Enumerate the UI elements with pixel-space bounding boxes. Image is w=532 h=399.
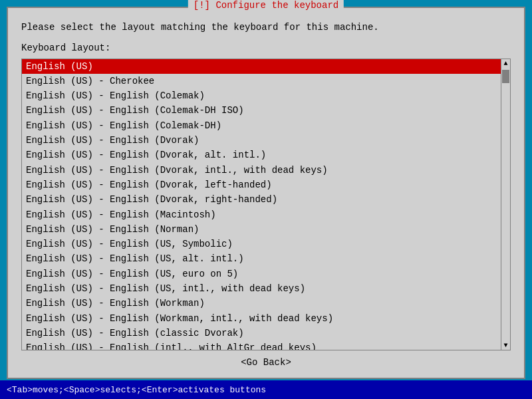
keyboard-list[interactable]: English (US)English (US) - CherokeeEngli… <box>22 59 501 350</box>
list-item[interactable]: English (US) - English (Workman, intl., … <box>22 311 501 326</box>
keyboard-list-container: English (US)English (US) - CherokeeEngli… <box>21 59 511 350</box>
list-item[interactable]: English (US) - English (Workman) <box>22 296 501 311</box>
tab-desc: moves; <box>33 385 64 395</box>
list-item[interactable]: English (US) - English (US, alt. intl.) <box>22 251 501 266</box>
list-item[interactable]: English (US) - English (intl., with AltG… <box>22 340 501 350</box>
list-item[interactable]: English (US) - English (classic Dvorak) <box>22 326 501 340</box>
tab-key: <Tab> <box>7 385 33 395</box>
scroll-up-arrow[interactable]: ▲ <box>501 59 511 68</box>
scroll-track <box>501 68 510 340</box>
list-item[interactable]: English (US) - English (Colemak-DH ISO) <box>22 103 501 118</box>
title-text: [!] Configure the keyboard <box>194 0 338 11</box>
space-key: <Space> <box>64 385 100 395</box>
enter-key: <Enter> <box>142 385 178 395</box>
list-item[interactable]: English (US) - Cherokee <box>22 74 501 88</box>
dialog-content: Please select the layout matching the ke… <box>8 8 524 378</box>
space-desc: selects; <box>100 385 141 395</box>
list-item[interactable]: English (US) - English (Dvorak, alt. int… <box>22 148 501 162</box>
go-back-section: <Go Back> <box>21 357 511 368</box>
bottom-bar: <Tab> moves; <Space> selects; <Enter> ac… <box>0 380 532 399</box>
list-item[interactable]: English (US) - English (Macintosh) <box>22 207 501 222</box>
list-item[interactable]: English (US) <box>22 59 501 74</box>
list-item[interactable]: English (US) - English (Dvorak) <box>22 133 501 148</box>
list-item[interactable]: English (US) - English (Dvorak, right-ha… <box>22 192 501 207</box>
list-item[interactable]: English (US) - English (Dvorak, intl., w… <box>22 163 501 178</box>
list-item[interactable]: English (US) - English (Colemak-DH) <box>22 118 501 133</box>
list-item[interactable]: English (US) - English (US, euro on 5) <box>22 267 501 281</box>
scroll-down-arrow[interactable]: ▼ <box>501 340 511 350</box>
enter-desc: activates buttons <box>178 385 266 395</box>
list-item[interactable]: English (US) - English (Dvorak, left-han… <box>22 178 501 192</box>
keyboard-layout-label: Keyboard layout: <box>21 43 511 53</box>
list-item[interactable]: English (US) - English (US, intl., with … <box>22 281 501 296</box>
list-item[interactable]: English (US) - English (US, Symbolic) <box>22 237 501 251</box>
title-bar: [!] Configure the keyboard <box>188 0 344 11</box>
scroll-thumb[interactable] <box>502 70 509 83</box>
description-text: Please select the layout matching the ke… <box>21 21 511 35</box>
go-back-button[interactable]: <Go Back> <box>241 357 291 368</box>
list-item[interactable]: English (US) - English (Norman) <box>22 222 501 237</box>
list-item[interactable]: English (US) - English (Colemak) <box>22 88 501 103</box>
scrollbar[interactable]: ▲ ▼ <box>501 59 510 350</box>
dialog-box: [!] Configure the keyboard Please select… <box>7 7 525 379</box>
